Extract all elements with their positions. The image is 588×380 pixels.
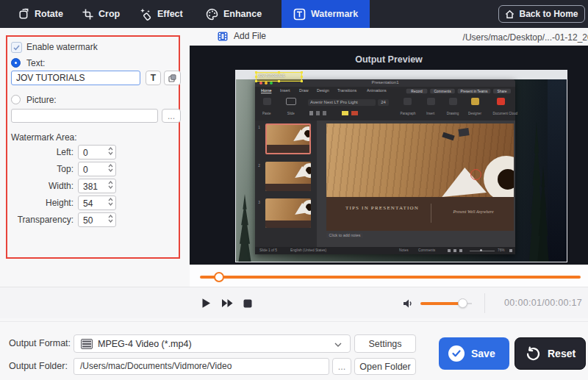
transparency-stepper[interactable]: 50 (78, 212, 116, 227)
insert-label: Insert (426, 112, 434, 115)
ppt-slide-thumbnails: 1 2 3 (255, 121, 317, 247)
resize-handle[interactable] (301, 76, 303, 78)
normal-view-icon (448, 249, 451, 252)
thumb-number-2: 2 (258, 164, 260, 168)
fit-slide-icon (509, 249, 512, 252)
back-to-home-button[interactable]: Back to Home (498, 5, 585, 23)
video-frame[interactable]: Presentation1 Home Insert Draw Design Tr… (235, 70, 567, 262)
ppt-slide-info: Slide 1 of 5 (259, 248, 277, 252)
ppt-zoom-slider (470, 251, 495, 251)
binder-clip (458, 128, 469, 137)
tree-silhouette (237, 194, 253, 262)
paragraph-icon (404, 98, 412, 105)
progress-bar[interactable] (200, 276, 581, 279)
tab-enhance[interactable]: Enhance (206, 0, 262, 28)
output-format-dropdown[interactable]: MPEG-4 Video (*.mp4) (74, 334, 351, 353)
resize-handle[interactable] (278, 71, 280, 74)
new-slide-icon (286, 98, 296, 105)
enhance-icon (206, 8, 218, 21)
progress-handle[interactable] (214, 272, 224, 282)
output-folder-input[interactable]: /Users/mac/Documents/Vidmore/Video (74, 358, 329, 375)
paste-label: Paste (262, 112, 271, 115)
reset-button[interactable]: Reset (514, 337, 586, 370)
forest-background-right (548, 71, 567, 262)
font-button[interactable]: T (146, 71, 161, 85)
player-bar: 00:00:01/00:00:17 (0, 287, 588, 318)
picture-radio-label: Picture: (26, 95, 57, 105)
save-label: Save (471, 348, 495, 359)
tab-effect-label: Effect (157, 9, 183, 19)
ppt-font-name-box: Avenir Next LT Pro Light (308, 99, 376, 106)
ppt-body: 1 2 3 (255, 121, 515, 247)
browse-folder-button[interactable]: ... (332, 358, 351, 375)
resize-handle[interactable] (255, 71, 257, 74)
ppt-document-cloud-group: Document Cloud (489, 98, 512, 118)
insert-icon (427, 98, 435, 105)
watermark-icon (293, 8, 306, 21)
tab-crop[interactable]: Crop (82, 0, 120, 28)
output-format-value: MPEG-4 Video (*.mp4) (98, 339, 192, 349)
ppt-language: English (United States) (290, 248, 326, 252)
top-field-label: Top: (7, 164, 74, 174)
resize-handle[interactable] (278, 80, 280, 82)
ppt-slide-group: Slide (282, 98, 301, 118)
red-circle-annotation (470, 169, 481, 180)
thumb-number-1: 1 (258, 126, 260, 129)
resize-handle[interactable] (255, 80, 257, 82)
underline-mark-icon (323, 111, 326, 115)
ppt-status-notes: Notes (399, 248, 409, 252)
tab-watermark[interactable]: Watermark (282, 0, 370, 28)
width-stepper-arrows[interactable] (108, 181, 113, 189)
transparency-stepper-arrows[interactable] (108, 215, 113, 223)
resize-handle[interactable] (301, 71, 303, 74)
tab-rotate[interactable]: Rotate (18, 0, 63, 28)
ppt-paragraph-group: Paragraph (398, 98, 417, 118)
open-folder-button[interactable]: Open Folder (354, 358, 416, 375)
text-radio[interactable] (11, 58, 21, 68)
save-button[interactable]: Save (439, 337, 509, 370)
volume-handle[interactable] (458, 298, 467, 308)
left-stepper[interactable]: 0 (78, 145, 116, 159)
stop-icon (243, 299, 252, 308)
watermark-text-input[interactable]: JOV TUTORIALS (11, 71, 140, 85)
height-stepper[interactable]: 54 (78, 196, 116, 210)
document-cloud-icon (497, 98, 505, 105)
slide-subtitle-text: Present Well Anywhere (438, 209, 509, 214)
fast-forward-button[interactable] (221, 287, 234, 319)
ppt-share-button: Share (493, 88, 511, 93)
enable-watermark-label: Enable watermark (26, 42, 98, 52)
top-stepper[interactable]: 0 (78, 162, 116, 176)
home-icon (505, 10, 514, 19)
text-color-button[interactable] (164, 71, 181, 85)
chevron-down-icon (334, 343, 342, 347)
output-format-label: Output Format: (9, 338, 71, 348)
tab-effect[interactable]: Effect (140, 0, 183, 28)
resize-handle[interactable] (301, 80, 303, 82)
volume-button[interactable] (403, 287, 414, 319)
ppt-zoom-slider-handle (480, 249, 482, 251)
ppt-status-comments: Comments (418, 248, 435, 252)
player-divider (484, 293, 485, 313)
watermark-selection-box[interactable]: JOV TUTORIALS (256, 72, 302, 82)
enable-watermark-checkbox[interactable] (11, 42, 22, 53)
tab-watermark-label: Watermark (311, 9, 358, 19)
play-button[interactable] (201, 287, 211, 319)
tab-crop-label: Crop (98, 9, 120, 19)
slide-title-divider (431, 204, 431, 223)
width-stepper[interactable]: 381 (78, 179, 116, 193)
height-stepper-arrows[interactable] (108, 198, 113, 206)
height-field-label: Height: (7, 198, 74, 208)
top-stepper-arrows[interactable] (108, 164, 113, 172)
left-field-label: Left: (7, 147, 74, 157)
add-file-button[interactable]: Add File (218, 31, 266, 41)
ppt-comments-button: Comments (430, 88, 455, 93)
resize-handle[interactable] (255, 76, 257, 78)
left-stepper-arrows[interactable] (108, 147, 113, 155)
settings-button[interactable]: Settings (354, 334, 416, 353)
tab-rotate-label: Rotate (35, 9, 63, 19)
width-field-label: Width: (7, 181, 74, 191)
picture-path-input[interactable] (11, 109, 158, 123)
stop-button[interactable] (243, 287, 252, 319)
picture-radio[interactable] (11, 95, 21, 104)
browse-picture-button[interactable]: ... (162, 109, 181, 123)
